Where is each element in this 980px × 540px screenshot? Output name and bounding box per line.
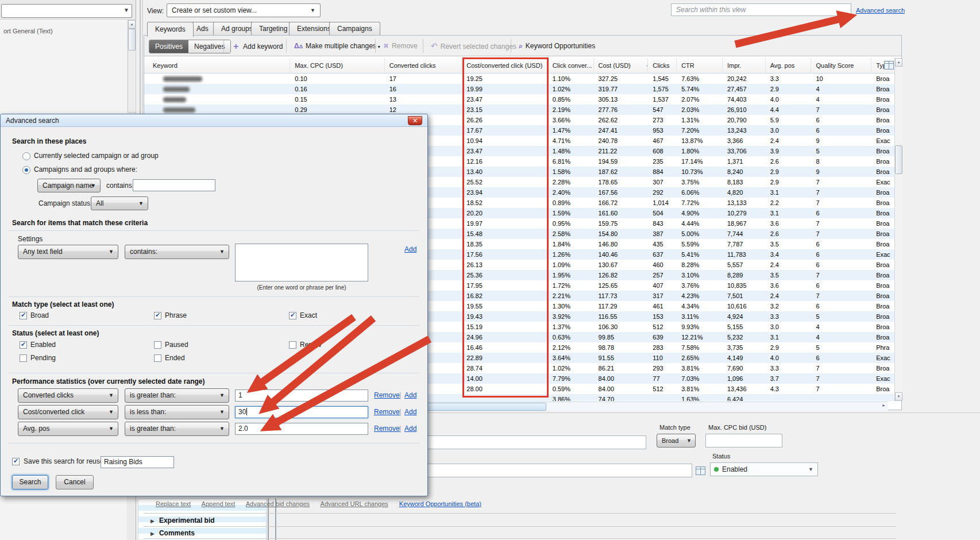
scroll-right-icon[interactable]: ►	[882, 403, 886, 407]
tab-keywords[interactable]: Keywords	[147, 22, 194, 37]
campaign-status-dropdown[interactable]: All▼	[91, 196, 148, 210]
append-text-link[interactable]: Append text	[202, 500, 236, 507]
perf-field-dropdown-2[interactable]: Cost/converted click▼	[18, 405, 118, 419]
pending-label[interactable]: Pending	[30, 354, 56, 362]
match-type-dropdown[interactable]: Broad▼	[657, 434, 696, 448]
perf-value-input-2[interactable]: 30	[235, 406, 368, 418]
remove-button[interactable]: ✖Remove	[380, 39, 421, 53]
paused-checkbox[interactable]	[154, 341, 161, 349]
advanced-search-link[interactable]: Advanced search	[856, 7, 905, 14]
campaign-contains-input[interactable]	[133, 179, 215, 191]
tab-campaigns[interactable]: Campaigns	[329, 22, 380, 36]
table-row[interactable]: 0.161619.991.02%319.771,5755.74%27,4572.…	[144, 84, 894, 94]
removed-checkbox[interactable]	[289, 341, 296, 349]
column-header-keyword[interactable]: Keyword	[144, 58, 290, 73]
perf-remove-link-3[interactable]: Remove	[374, 425, 400, 433]
dialog-titlebar[interactable]: Advanced search	[1, 114, 427, 127]
sidebar-dropdown[interactable]: ▼	[1, 4, 132, 18]
column-header-converted-clicks[interactable]: Converted clicks	[385, 58, 462, 73]
advanced-url-changes-link[interactable]: Advanced URL changes	[321, 500, 388, 507]
perf-value-input-3[interactable]: 2.0	[235, 423, 368, 435]
revert-button[interactable]: ↶Revert selected changes	[427, 39, 520, 53]
column-header-quality-score[interactable]: Quality Score	[811, 58, 871, 73]
enabled-checkbox[interactable]	[20, 341, 27, 349]
cell-ctr: 6.06%	[677, 187, 723, 198]
ended-checkbox[interactable]	[154, 354, 161, 362]
radio-campaigns-where[interactable]	[22, 166, 30, 174]
status-dropdown[interactable]: Enabled ▼	[710, 462, 818, 476]
radio-current-label[interactable]: Currently selected campaign or ad group	[34, 152, 159, 160]
column-header-click-conversion[interactable]: Click conver...	[548, 58, 594, 73]
table-row[interactable]: 0.101719.251.10%327.251,5457.63%20,2423.…	[144, 74, 894, 84]
sidebar-scrollbar[interactable]: ▲	[128, 20, 136, 113]
column-header-cost[interactable]: Cost (USD)▼	[594, 58, 649, 73]
removed-label[interactable]: Remov	[300, 341, 322, 349]
make-multiple-changes-button[interactable]: ΔΔMake multiple changes▾	[291, 39, 384, 53]
exact-label[interactable]: Exact	[300, 311, 317, 319]
column-chooser-icon[interactable]	[884, 61, 894, 70]
positives-button[interactable]: Positives	[149, 40, 188, 53]
settings-op-dropdown[interactable]: contains:▼	[125, 245, 229, 259]
scrollbar-thumb[interactable]	[128, 29, 136, 51]
replace-text-link[interactable]: Replace text	[156, 500, 191, 507]
url-builder-icon[interactable]	[696, 466, 705, 475]
column-header-avg-pos[interactable]: Avg. pos	[766, 58, 812, 73]
keyword-opportunities-beta-link[interactable]: Keyword Opportunities (beta)	[399, 500, 481, 507]
perf-add-link-3[interactable]: Add	[404, 425, 416, 433]
enabled-label[interactable]: Enabled	[30, 341, 56, 349]
save-search-checkbox[interactable]	[12, 458, 20, 465]
perf-field-dropdown-3[interactable]: Avg. pos▼	[18, 422, 118, 436]
column-header-cost-converted-click[interactable]: Cost/converted click (USD)	[462, 58, 548, 73]
perf-op-dropdown-1[interactable]: is greater than:▼	[125, 388, 229, 403]
scroll-up-icon[interactable]: ▲	[128, 20, 136, 29]
settings-textarea[interactable]	[235, 244, 368, 281]
negatives-button[interactable]: Negatives	[188, 40, 230, 53]
save-search-name-input[interactable]: Raising Bids	[101, 456, 174, 468]
cancel-button[interactable]: Cancel	[56, 475, 94, 489]
perf-op-dropdown-3[interactable]: is greater than:▼	[125, 422, 229, 436]
save-search-label[interactable]: Save this search for reuse	[24, 457, 103, 465]
paused-label[interactable]: Paused	[165, 341, 188, 349]
perf-value-input-1[interactable]: 1	[235, 389, 368, 402]
scrollbar-thumb[interactable]	[895, 145, 902, 174]
settings-field-dropdown[interactable]: Any text field▼	[18, 245, 118, 259]
ended-label[interactable]: Ended	[165, 354, 185, 362]
table-row[interactable]: 0.151323.470.85%305.131,5372.07%74,4034.…	[144, 94, 894, 105]
exact-checkbox[interactable]	[289, 312, 296, 319]
view-dropdown[interactable]: Create or set custom view... ▼	[167, 3, 321, 17]
table-vertical-scrollbar[interactable]: ▲ ▼	[894, 58, 902, 401]
column-header-max-cpc[interactable]: Max. CPC (USD)	[290, 58, 384, 73]
perf-add-link-1[interactable]: Add	[404, 391, 416, 399]
search-input[interactable]: Search within this view	[671, 3, 851, 16]
keyword-opportunities-button[interactable]: ⌕Keyword Opportunities	[515, 39, 599, 53]
perf-add-link-2[interactable]: Add	[404, 408, 416, 416]
advanced-bid-changes-link[interactable]: Advanced bid changes	[246, 500, 310, 507]
scroll-down-icon[interactable]: ▼	[895, 392, 902, 401]
perf-remove-link-1[interactable]: Remove	[374, 391, 400, 399]
tab-bar: Keywords Ads Ad groups Targeting Extensi…	[147, 22, 664, 36]
settings-add-link[interactable]: Add	[404, 245, 416, 253]
radio-campaigns-label[interactable]: Campaigns and ad groups where:	[34, 165, 137, 173]
pending-checkbox[interactable]	[20, 354, 27, 362]
phrase-checkbox[interactable]	[154, 312, 161, 319]
positives-negatives-toggle[interactable]: Positives Negatives	[149, 40, 231, 53]
close-icon[interactable]: ✕	[408, 116, 422, 125]
search-button[interactable]: Search	[12, 475, 48, 489]
perf-field-dropdown-1[interactable]: Converted clicks▼	[18, 388, 118, 403]
perf-remove-link-2[interactable]: Remove	[374, 408, 400, 416]
campaign-field-dropdown[interactable]: Campaign name▼	[37, 179, 101, 192]
add-keyword-button[interactable]: ＋Add keyword	[228, 39, 286, 53]
perf-op-dropdown-2[interactable]: is less than:▼	[125, 405, 229, 419]
column-header-clicks[interactable]: Clicks	[648, 58, 677, 73]
sidebar-tree-item[interactable]: ort General (Text)	[3, 28, 53, 34]
radio-current-campaign[interactable]	[22, 152, 30, 160]
scroll-up-icon[interactable]: ▲	[895, 58, 902, 67]
broad-label[interactable]: Broad	[30, 311, 49, 319]
comments-section[interactable]: ▶Comments	[151, 529, 195, 537]
broad-checkbox[interactable]	[20, 312, 27, 319]
column-header-ctr[interactable]: CTR	[677, 58, 723, 73]
max-cpc-bid-input[interactable]	[705, 434, 782, 448]
column-header-impressions[interactable]: Impr.	[723, 58, 766, 73]
experimental-bid-section[interactable]: ▶Experimental bid	[151, 516, 215, 524]
phrase-label[interactable]: Phrase	[165, 311, 187, 319]
